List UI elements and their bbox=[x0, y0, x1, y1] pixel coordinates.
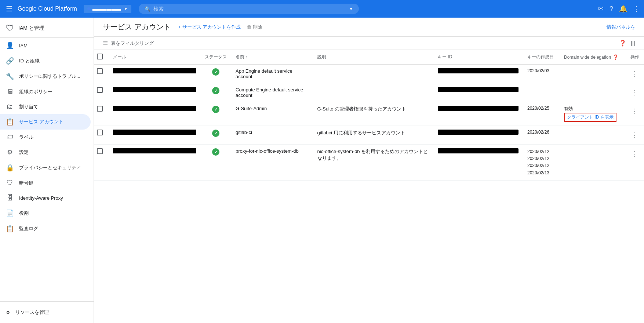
sidebar-item-manage-resources[interactable]: ⚙ リソースを管理 bbox=[6, 306, 88, 319]
row1-more-button[interactable]: ⋮ bbox=[630, 68, 640, 79]
row4-more-button[interactable]: ⋮ bbox=[630, 130, 640, 141]
row4-delegation-cell bbox=[560, 126, 626, 145]
sidebar-item-label: ポリシーに関するトラブル... bbox=[19, 73, 80, 80]
sidebar-header: 🛡 IAM と管理 bbox=[0, 18, 94, 38]
row2-keyid-cell bbox=[433, 83, 523, 102]
row3-keyid-redacted bbox=[438, 106, 519, 111]
sidebar-item-label: 組織のポリシー bbox=[19, 88, 52, 95]
sidebar-item-privacy-security[interactable]: 🔒 プライバシーとセキュリティ bbox=[0, 160, 91, 175]
email-header: メール bbox=[109, 50, 200, 65]
row3-delegation-cell: 有効 クライアント ID を表示 bbox=[560, 102, 626, 126]
table-help-icon[interactable]: ❓ bbox=[619, 40, 626, 47]
sidebar-item-quota[interactable]: 🗂 割り当て bbox=[0, 99, 91, 114]
row3-more-button[interactable]: ⋮ bbox=[630, 106, 640, 117]
row5-keyid-cell bbox=[433, 145, 523, 181]
row1-desc-cell bbox=[313, 65, 433, 83]
project-selector[interactable]: ▬▬▬▬▬▬ ▼ bbox=[84, 5, 131, 13]
status-header: ステータス bbox=[200, 50, 231, 65]
org-policy-icon: 🖥 bbox=[6, 88, 14, 95]
sidebar-item-org-policy[interactable]: 🖥 組織のポリシー bbox=[0, 84, 91, 99]
sidebar-item-roles[interactable]: 📄 役割 bbox=[0, 206, 91, 221]
sidebar-item-label: プライバシーとセキュリティ bbox=[19, 164, 81, 171]
row5-more-button[interactable]: ⋮ bbox=[630, 148, 640, 159]
row2-keyid-redacted bbox=[438, 87, 519, 92]
row3-checkbox[interactable] bbox=[97, 106, 103, 112]
sidebar-item-policy-troubleshoot[interactable]: 🔧 ポリシーに関するトラブル... bbox=[0, 69, 91, 84]
mail-icon[interactable]: ✉ bbox=[598, 5, 604, 13]
select-all-checkbox[interactable] bbox=[97, 54, 103, 59]
name-header[interactable]: 名前 ↑ bbox=[231, 50, 313, 65]
select-all-cell bbox=[94, 50, 109, 65]
actions-header: 操作 bbox=[626, 50, 644, 65]
project-dot-icon bbox=[87, 7, 90, 10]
sidebar-item-labels[interactable]: 🏷 ラベル bbox=[0, 130, 91, 145]
sidebar-item-label: ラベル bbox=[19, 134, 33, 141]
sidebar-item-iam[interactable]: 👤 IAM bbox=[0, 38, 91, 53]
menu-button[interactable]: ☰ bbox=[4, 3, 14, 15]
iam-icon: 🛡 bbox=[6, 23, 14, 33]
sidebar-item-label: 役割 bbox=[19, 210, 29, 217]
sidebar-item-label: ID と組織 bbox=[19, 58, 40, 64]
row3-actions-cell: ⋮ bbox=[626, 102, 644, 126]
page-header: サービス アカウント + サービス アカウントを作成 🗑 削除 情報パネルを bbox=[94, 18, 644, 37]
row1-checkbox[interactable] bbox=[97, 68, 103, 74]
filter-bar: ☰ 表をフィルタリング ❓ ||| bbox=[94, 37, 644, 50]
row2-delegation-cell bbox=[560, 83, 626, 102]
sidebar-item-service-accounts[interactable]: 📋 サービス アカウント bbox=[0, 114, 91, 130]
service-accounts-table-container: メール ステータス 名前 ↑ 説明 キー ID bbox=[94, 50, 644, 181]
sidebar-title: IAM と管理 bbox=[18, 25, 44, 32]
delete-button[interactable]: 🗑 削除 bbox=[247, 22, 262, 32]
row2-more-button[interactable]: ⋮ bbox=[630, 87, 640, 98]
filter-text[interactable]: 表をフィルタリング bbox=[111, 40, 154, 47]
row3-desc-cell: G-Suite の管理者権限を持ったアカウント bbox=[313, 102, 433, 126]
row2-checkbox[interactable] bbox=[97, 87, 103, 93]
search-dropdown-icon[interactable]: ▼ bbox=[349, 7, 353, 11]
sidebar-item-identity-proxy[interactable]: 🗄 Identity-Aware Proxy bbox=[0, 190, 91, 206]
sidebar-item-settings[interactable]: ⚙ 設定 bbox=[0, 145, 91, 160]
create-service-account-button[interactable]: + サービス アカウントを作成 bbox=[178, 22, 241, 32]
notifications-icon[interactable]: 🔔 bbox=[619, 5, 627, 13]
sidebar-item-label: リソースを管理 bbox=[15, 309, 49, 316]
row5-keydate-cell: 2020/02/12 2020/02/12 2020/02/12 2020/02… bbox=[523, 145, 560, 181]
project-name: ▬▬▬▬▬▬ bbox=[92, 6, 122, 12]
info-panel-button[interactable]: 情報パネルを bbox=[607, 24, 635, 30]
row4-actions-cell: ⋮ bbox=[626, 126, 644, 145]
search-icon: 🔍 bbox=[145, 6, 150, 12]
header-actions: + サービス アカウントを作成 🗑 削除 bbox=[178, 22, 262, 32]
sidebar-item-label: 暗号鍵 bbox=[19, 180, 33, 186]
delegation-client-id-link[interactable]: クライアント ID を表示 bbox=[564, 113, 616, 122]
sidebar-item-label: IAM bbox=[19, 43, 28, 48]
row5-desc-cell: nic-office-system-db を利用するためのアカウントとなります。 bbox=[313, 145, 433, 181]
filter-icon: ☰ bbox=[103, 40, 108, 47]
row1-keydate-cell: 2020/02/03 bbox=[523, 65, 560, 83]
row4-status-icon bbox=[212, 130, 219, 137]
row3-status-cell bbox=[200, 102, 231, 126]
more-options-icon[interactable]: ⋮ bbox=[633, 5, 640, 13]
sidebar-item-audit-log[interactable]: 📋 監査ログ bbox=[0, 221, 91, 236]
privacy-icon: 🔒 bbox=[6, 164, 14, 172]
table-row: gitlab-ci gitlabci 用に利用するサービスアカウント 2020/… bbox=[94, 126, 644, 145]
key-date-header: キーの作成日 bbox=[523, 50, 560, 65]
quota-icon: 🗂 bbox=[6, 103, 14, 110]
row4-status-cell bbox=[200, 126, 231, 145]
row5-checkbox[interactable] bbox=[97, 148, 103, 154]
row1-status-cell bbox=[200, 65, 231, 83]
labels-icon: 🏷 bbox=[6, 133, 14, 141]
row3-checkbox-cell bbox=[94, 102, 109, 126]
row1-email-redacted bbox=[113, 68, 196, 73]
row5-status-icon bbox=[212, 148, 219, 156]
search-input[interactable] bbox=[153, 6, 346, 12]
table-row: Compute Engine default service account ⋮ bbox=[94, 83, 644, 102]
row5-name-cell: proxy-for-nic-office-system-db bbox=[231, 145, 313, 181]
row4-checkbox[interactable] bbox=[97, 130, 103, 135]
search-bar[interactable]: 🔍 ▼ bbox=[139, 4, 359, 14]
help-icon[interactable]: ? bbox=[610, 5, 613, 13]
row3-email-cell bbox=[109, 102, 200, 126]
sidebar-item-encryption[interactable]: 🛡 暗号鍵 bbox=[0, 175, 91, 190]
row5-email-redacted bbox=[113, 148, 196, 153]
table-header-row: メール ステータス 名前 ↑ 説明 キー ID bbox=[94, 50, 644, 65]
columns-icon[interactable]: ||| bbox=[631, 40, 635, 47]
row3-keydate-cell: 2020/02/25 bbox=[523, 102, 560, 126]
delegation-help-icon[interactable]: ❓ bbox=[612, 54, 619, 60]
sidebar-item-org[interactable]: 🔗 ID と組織 bbox=[0, 53, 91, 69]
